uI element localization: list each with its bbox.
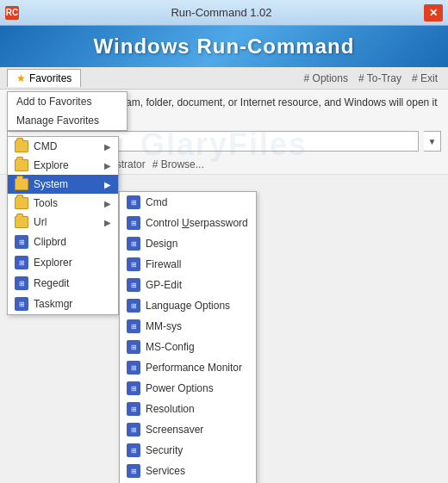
menu-bar: ★ Favorites # Options # To-Tray # Exit: [0, 67, 448, 90]
menu-label-explorer: Explorer: [34, 257, 72, 269]
manage-favorites-item[interactable]: Manage Favorites: [8, 111, 127, 130]
menu-item-taskmgr[interactable]: ⊞ Taskmgr: [8, 294, 118, 314]
submenu-icon-resolution: ⊞: [127, 402, 140, 416]
title-bar-title: Run-Command 1.02: [19, 6, 424, 19]
submenu-item-cmd[interactable]: ⊞ Cmd: [120, 192, 256, 213]
app-header-title: Windows Run-Command: [94, 34, 355, 58]
menu-item-regedit[interactable]: ⊞ Regedit: [8, 273, 118, 294]
close-button[interactable]: ✕: [424, 4, 443, 22]
folder-icon-explore: [15, 159, 28, 171]
menu-item-tools[interactable]: Tools ▶: [8, 194, 118, 213]
submenu-icon-screensaver: ⊞: [127, 423, 140, 437]
chevron-system: ▶: [104, 180, 111, 189]
submenu-label-services: Services: [146, 465, 185, 477]
menu-label-clipbrd: Clipbrd: [34, 236, 66, 248]
title-bar: RC Run-Command 1.02 ✕: [0, 0, 448, 26]
submenu-item-mmsys[interactable]: ⊞ MM-sys: [120, 316, 256, 337]
folder-icon-url: [15, 216, 28, 228]
submenu-label-msconfig: MS-Config: [146, 341, 195, 353]
dropdown-container: Add to Favorites Manage Favorites CMD ▶ …: [7, 91, 119, 315]
submenu-icon-regedit: ⊞: [15, 276, 28, 290]
folder-icon-cmd: [15, 140, 28, 152]
browse-link[interactable]: # Browse...: [152, 158, 204, 170]
submenu-label-gpedit: GP-Edit: [146, 279, 182, 291]
level1-menu: CMD ▶ Explore ▶ System ▶ Tools ▶: [7, 136, 119, 315]
menu-item-clipbrd[interactable]: ⊞ Clipbrd: [8, 232, 118, 252]
favorites-tab[interactable]: ★ Favorites: [7, 69, 81, 87]
app-icon: RC: [5, 6, 19, 20]
menu-label-regedit: Regedit: [34, 277, 69, 289]
menu-label-url: Url: [34, 216, 47, 228]
submenu-item-language[interactable]: ⊞ Language Options: [120, 295, 256, 316]
menu-item-explore[interactable]: Explore ▶: [8, 156, 118, 175]
submenu-item-gpedit[interactable]: ⊞ GP-Edit: [120, 275, 256, 295]
main-area: ★ Favorites # Options # To-Tray # Exit T…: [0, 67, 448, 197]
submenu-label-mmsys: MM-sys: [146, 320, 182, 332]
submenu-icon-language: ⊞: [127, 299, 140, 313]
menu-item-explorer[interactable]: ⊞ Explorer: [8, 252, 118, 273]
submenu-icon-taskmgr: ⊞: [15, 297, 28, 311]
chevron-tools: ▶: [104, 199, 111, 208]
menu-item-system[interactable]: System ▶: [8, 175, 118, 194]
menu-label-taskmgr: Taskmgr: [34, 298, 72, 310]
submenu-icon-design: ⊞: [127, 237, 140, 251]
submenu-icon-services: ⊞: [127, 464, 140, 478]
menu-item-cmd[interactable]: CMD ▶: [8, 137, 118, 156]
submenu-item-screensaver[interactable]: ⊞ Screensaver: [120, 419, 256, 440]
chevron-cmd: ▶: [104, 142, 111, 152]
menu-label-system: System: [34, 178, 68, 190]
submenu-icon-userpassword: ⊞: [127, 216, 140, 230]
submenu-label-screensaver: Screensaver: [146, 424, 203, 436]
submenu-item-userpassword[interactable]: ⊞ Control Userpassword: [120, 213, 256, 233]
app-header: Windows Run-Command: [0, 26, 448, 67]
submenu-icon-gpedit: ⊞: [127, 278, 140, 292]
submenu-label-userpassword: Control Userpassword: [146, 217, 248, 229]
submenu-item-firewall[interactable]: ⊞ Firewall: [120, 254, 256, 275]
options-link[interactable]: # Options: [301, 71, 352, 86]
submenu-icon-explorer: ⊞: [15, 256, 28, 269]
submenu-icon-firewall: ⊞: [127, 257, 140, 271]
submenu-label-poweroptions: Power Options: [146, 382, 214, 394]
folder-icon-tools: [15, 197, 28, 209]
submenu-label-perfmon: Performance Monitor: [146, 362, 242, 374]
submenu-label-cmd: Cmd: [146, 196, 167, 208]
submenu-item-security[interactable]: ⊞ Security: [120, 440, 256, 461]
favorites-tab-label: Favorites: [29, 72, 72, 84]
system-submenu: ⊞ Cmd ⊞ Control Userpassword ⊞ Design ⊞ …: [119, 191, 257, 483]
submenu-item-design[interactable]: ⊞ Design: [120, 233, 256, 254]
dropdown-arrow[interactable]: ▼: [424, 131, 441, 152]
exit-link[interactable]: # Exit: [408, 71, 441, 86]
submenu-icon-msconfig: ⊞: [127, 340, 140, 354]
submenu-label-firewall: Firewall: [146, 258, 181, 270]
submenu-icon-poweroptions: ⊞: [127, 381, 140, 395]
submenu-item-poweroptions[interactable]: ⊞ Power Options: [120, 378, 256, 399]
menu-label-cmd: CMD: [34, 140, 57, 152]
submenu-icon-security: ⊞: [127, 443, 140, 457]
menu-label-tools: Tools: [34, 197, 58, 209]
star-icon: ★: [16, 72, 26, 84]
submenu-icon-clipbrd: ⊞: [15, 235, 28, 249]
submenu-item-perfmon[interactable]: ⊞ Performance Monitor: [120, 357, 256, 378]
chevron-url: ▶: [104, 218, 111, 227]
submenu-label-language: Language Options: [146, 300, 230, 312]
menu-label-explore: Explore: [34, 159, 69, 171]
submenu-icon-mmsys: ⊞: [127, 319, 140, 333]
submenu-item-services[interactable]: ⊞ Services: [120, 461, 256, 481]
chevron-explore: ▶: [104, 161, 111, 170]
submenu-item-resolution[interactable]: ⊞ Resolution: [120, 399, 256, 419]
favorites-popup: Add to Favorites Manage Favorites: [7, 91, 128, 131]
submenu-icon-s-cmd: ⊞: [127, 195, 140, 209]
submenu-label-resolution: Resolution: [146, 403, 195, 415]
to-tray-link[interactable]: # To-Tray: [355, 71, 405, 86]
add-to-favorites-item[interactable]: Add to Favorites: [8, 92, 127, 111]
submenu-label-design: Design: [146, 238, 177, 250]
folder-icon-system: [15, 178, 28, 190]
submenu-label-security: Security: [146, 444, 183, 456]
submenu-item-msconfig[interactable]: ⊞ MS-Config: [120, 337, 256, 357]
submenu-icon-perfmon: ⊞: [127, 361, 140, 375]
menu-item-url[interactable]: Url ▶: [8, 213, 118, 232]
